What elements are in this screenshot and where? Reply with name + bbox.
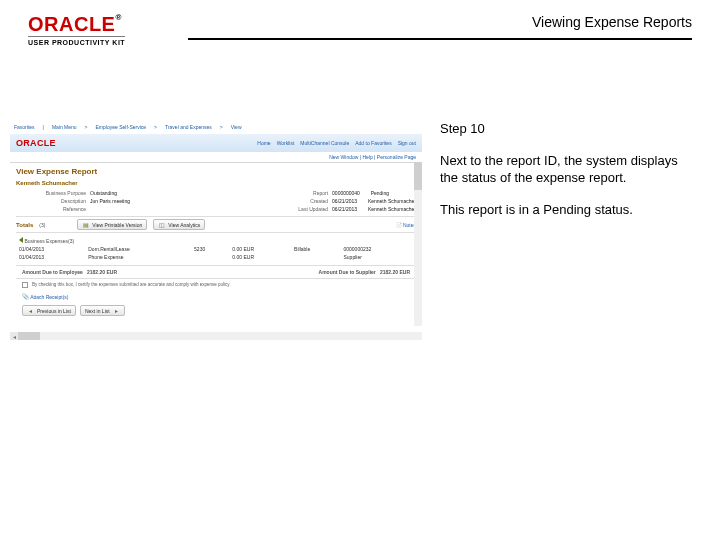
lbl-created: Created [258, 198, 328, 204]
nav-favorites[interactable]: Favorites [14, 124, 35, 130]
attach-receipt-link[interactable]: Attach Receipt(s) [30, 294, 68, 300]
link-mcc[interactable]: MultiChannel Console [300, 140, 349, 146]
certify-text: By checking this box, I certify the expe… [32, 282, 231, 287]
chart-icon: ◫ [158, 221, 165, 228]
expand-icon[interactable] [19, 237, 23, 243]
lbl-business-purpose: Business Purpose [16, 190, 86, 196]
report-panel: View Expense Report Kenneth Schumacher B… [10, 163, 422, 323]
totals-label: Totals [16, 222, 33, 228]
document-icon: ▤ [82, 221, 89, 228]
expense-lines-table: Business Expenses(3) 01/04/2013 Dom.Rent… [16, 236, 416, 261]
crumb-3[interactable]: View [231, 124, 242, 130]
oracle-logo-block: ORACLE® USER PRODUCTIVITY KIT [28, 14, 125, 46]
link-signout[interactable]: Sign out [398, 140, 416, 146]
scroll-left-arrow-icon[interactable]: ◂ [10, 332, 18, 340]
brand-bar: ORACLE Home Worklist MultiChannel Consol… [10, 134, 422, 152]
amt-sup-val: 2182.20 EUR [380, 269, 410, 275]
step-label: Step 10 [440, 120, 692, 138]
nav-main-menu[interactable]: Main Menu [52, 124, 77, 130]
link-add-fav[interactable]: Add to Favorites [355, 140, 391, 146]
scroll-thumb[interactable] [414, 162, 422, 190]
app-logo: ORACLE [16, 138, 56, 148]
val-updated: 06/21/2013 [332, 206, 357, 212]
header-divider [188, 38, 692, 40]
paperclip-icon: 📎 [22, 293, 29, 300]
notes-link[interactable]: 📄 Notes [396, 222, 416, 228]
table-header: Business Expenses(3) [24, 238, 74, 244]
val-created-by: Kenneth Schumacher [368, 198, 416, 204]
link-help[interactable]: Help [362, 154, 372, 160]
oracle-wordmark: ORACLE [28, 13, 115, 35]
lbl-report-id: Report [258, 190, 328, 196]
val-updated-by: Kenneth Schumacher [368, 206, 416, 212]
attachments-row: 📎 Attach Receipt(s) [16, 291, 416, 302]
previous-in-list-button[interactable]: ◂Previous in List [22, 305, 76, 316]
list-nav-buttons: ◂Previous in List Next in List▸ [16, 302, 416, 319]
val-created: 06/21/2013 [332, 198, 357, 204]
amt-emp-lbl: Amount Due to Employee [22, 269, 83, 275]
upk-subbrand: USER PRODUCTIVITY KIT [28, 36, 125, 46]
val-description: Jun Paris meeting [90, 198, 130, 204]
link-new-window[interactable]: New Window [329, 154, 358, 160]
panel-title: View Expense Report [16, 167, 416, 176]
table-row[interactable]: 01/04/2013 Phone Expense 0.00 EUR Suppli… [16, 253, 416, 261]
next-in-list-button[interactable]: Next in List▸ [80, 305, 125, 316]
lbl-description: Description [16, 198, 86, 204]
vertical-scrollbar[interactable] [414, 162, 422, 326]
instruction-line-1: Next to the report ID, the system displa… [440, 152, 692, 187]
lbl-reference: Reference [16, 206, 86, 212]
page-title: Viewing Expense Reports [532, 14, 692, 30]
view-analytics-button[interactable]: ◫View Analytics [153, 219, 205, 230]
app-screenshot: Favorites | Main Menu > Employee Self-Se… [10, 120, 422, 340]
val-report-id: 0000000040 [332, 190, 360, 196]
totals-count: (3) [39, 222, 45, 228]
crumb-2[interactable]: Travel and Expenses [165, 124, 212, 130]
utility-links: New Window | Help | Personalize Page [10, 152, 422, 163]
view-printable-button[interactable]: ▤View Printable Version [77, 219, 147, 230]
link-home[interactable]: Home [257, 140, 270, 146]
breadcrumb-bar: Favorites | Main Menu > Employee Self-Se… [10, 120, 422, 134]
instruction-panel: Step 10 Next to the report ID, the syste… [440, 120, 692, 340]
report-fields: Business PurposeOutstanding DescriptionJ… [16, 190, 416, 212]
val-business-purpose: Outstanding [90, 190, 117, 196]
amt-sup-lbl: Amount Due to Supplier [319, 269, 376, 275]
employee-name: Kenneth Schumacher [16, 180, 416, 186]
totals-toolbar: Totals (3) ▤View Printable Version ◫View… [16, 216, 416, 233]
amt-emp-val: 2182.20 EUR [87, 269, 117, 275]
summary-row: Amount Due to Employee 2182.20 EUR Amoun… [16, 265, 416, 279]
crumb-1[interactable]: Employee Self-Service [96, 124, 147, 130]
certification-row: By checking this box, I certify the expe… [16, 279, 416, 291]
link-personalize[interactable]: Personalize Page [377, 154, 416, 160]
trademark-symbol: ® [115, 13, 121, 22]
page-header: ORACLE® USER PRODUCTIVITY KIT Viewing Ex… [28, 14, 692, 60]
arrow-left-icon: ◂ [27, 307, 34, 314]
certify-checkbox[interactable] [22, 282, 28, 288]
table-row[interactable]: 01/04/2013 Dom.Rental/Lease 5230 0.00 EU… [16, 245, 416, 253]
link-worklist[interactable]: Worklist [277, 140, 295, 146]
arrow-right-icon: ▸ [113, 307, 120, 314]
val-status: Pending [371, 190, 389, 196]
oracle-logo: ORACLE® [28, 14, 125, 34]
instruction-line-2: This report is in a Pending status. [440, 201, 692, 219]
lbl-updated: Last Updated [258, 206, 328, 212]
table-header-row: Business Expenses(3) [16, 236, 416, 245]
horizontal-scrollbar[interactable] [10, 332, 422, 340]
brand-bar-links: Home Worklist MultiChannel Console Add t… [257, 140, 416, 146]
